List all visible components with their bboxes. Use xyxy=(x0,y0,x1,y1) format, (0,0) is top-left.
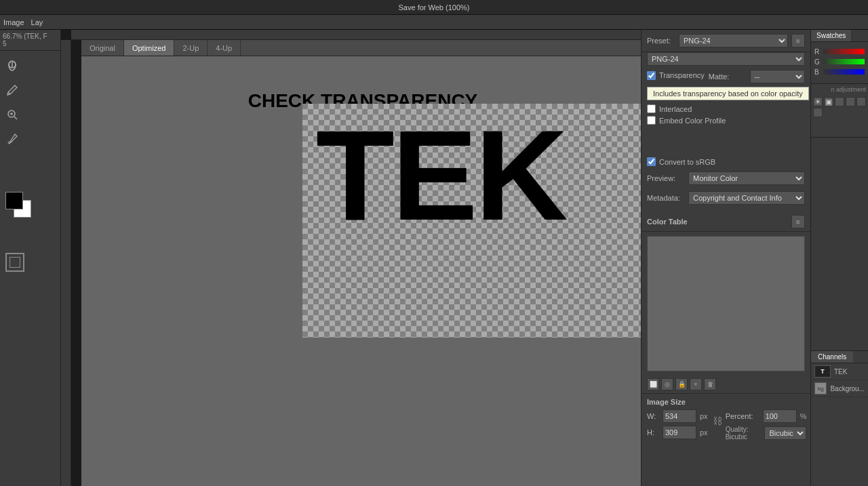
color-table-title: Color Table xyxy=(647,218,688,226)
height-label: H: xyxy=(647,428,659,437)
percent-row: Percent: % xyxy=(726,409,807,423)
transparency-matte-row: Transparency Matte: -- Includes transpar… xyxy=(642,70,810,130)
ct-icon-lock[interactable]: 🔒 xyxy=(675,378,688,390)
frame-tool[interactable] xyxy=(5,253,60,272)
ct-icon-1[interactable]: ⬜ xyxy=(647,378,659,390)
top-bar: Save for Web (100%) xyxy=(0,0,868,15)
tek-text: TEK xyxy=(316,110,566,239)
embed-color-checkbox[interactable] xyxy=(647,116,656,125)
color-table-area xyxy=(647,236,805,371)
width-unit: px xyxy=(700,412,708,420)
layer-name-background: Backgrou... xyxy=(830,385,865,392)
adj-icon-1[interactable]: ☀ xyxy=(813,97,823,106)
width-row: W: px xyxy=(647,409,708,423)
eyedropper-tool[interactable] xyxy=(0,127,24,151)
green-label: G xyxy=(814,58,821,66)
view-tabs: Original Optimized 2-Up 4-Up xyxy=(81,40,644,56)
quality-select[interactable]: Bicubic xyxy=(764,426,806,440)
canvas-area: Original Optimized 2-Up 4-Up TEK CHECK T… xyxy=(81,40,644,486)
adj-icon-6[interactable] xyxy=(813,108,823,117)
menu-image[interactable]: Image xyxy=(3,18,24,26)
tab-2up[interactable]: 2-Up xyxy=(174,40,208,56)
rgb-bars: R G B xyxy=(811,42,868,83)
far-right-panel: Swatches R G B n adjustment ☀ ▣ xyxy=(810,30,868,486)
height-row: H: px xyxy=(647,426,708,439)
menu-lay[interactable]: Lay xyxy=(31,18,43,26)
tab-4up[interactable]: 4-Up xyxy=(208,40,241,56)
color-swatches xyxy=(5,192,39,226)
pencil-tool[interactable] xyxy=(0,78,24,102)
preset-select[interactable]: PNG-24 xyxy=(679,34,788,47)
hand-tool[interactable] xyxy=(0,54,24,78)
transparency-tooltip: Includes transparency based on color opa… xyxy=(647,87,809,100)
image-size-section: Image Size W: px H: px ⛓ Percent: xyxy=(642,393,810,447)
ct-icon-2[interactable]: ◎ xyxy=(661,378,673,390)
ct-icon-add[interactable]: + xyxy=(690,378,702,390)
bottom-layers-panel: Channels T TEK bg Backgrou... xyxy=(811,350,868,486)
height-input[interactable] xyxy=(663,426,696,439)
embed-color-label: Embed Color Profile xyxy=(659,117,726,125)
zoom-tool[interactable] xyxy=(0,102,24,127)
blue-bar-row: B xyxy=(814,68,865,76)
window-title: Save for Web (100%) xyxy=(399,3,470,12)
quality-row: Quality: Bicubic Bicubic xyxy=(726,426,807,441)
percent-sign: % xyxy=(800,412,807,420)
convert-srgb-label: Convert to sRGB xyxy=(659,158,715,166)
percent-label: Percent: xyxy=(726,412,760,420)
transparency-label: Transparency xyxy=(659,71,705,79)
interlaced-row: Interlaced xyxy=(647,104,805,113)
bottom-panel-tabs: Channels xyxy=(811,351,868,363)
embed-color-row: Embed Color Profile xyxy=(647,116,805,125)
preview-select[interactable]: Monitor Color xyxy=(688,171,805,185)
quality-label: Quality: Bicubic xyxy=(726,426,760,441)
tab-channels[interactable]: Channels xyxy=(811,351,853,363)
preset-label: Preset: xyxy=(647,37,675,45)
metadata-label: Metadata: xyxy=(647,194,684,202)
green-gradient xyxy=(823,59,865,64)
height-unit: px xyxy=(700,428,708,437)
preset-menu-btn[interactable]: ≡ xyxy=(791,34,805,47)
percent-input[interactable] xyxy=(763,409,797,423)
color-table-header: Color Table ≡ xyxy=(642,212,810,232)
adj-icon-2[interactable]: ▣ xyxy=(824,97,833,106)
red-gradient xyxy=(823,49,865,54)
left-sidebar: 66.7% (TEK, F 5 xyxy=(0,30,61,486)
adj-icon-4[interactable] xyxy=(846,97,855,106)
ruler-vertical xyxy=(61,40,71,486)
format-row: PNG-24 xyxy=(642,52,810,70)
width-label: W: xyxy=(647,412,659,420)
layer-thumb-tek: T xyxy=(814,365,831,378)
menu-bar: Image Lay xyxy=(0,15,868,30)
layer-thumb-bg: bg xyxy=(814,382,827,394)
tab-original[interactable]: Original xyxy=(81,40,124,56)
format-select[interactable]: PNG-24 xyxy=(647,52,805,66)
blue-gradient xyxy=(823,69,865,75)
color-table-menu[interactable]: ≡ xyxy=(791,215,805,228)
green-bar-row: G xyxy=(814,58,865,66)
preview-row: Preview: Monitor Color xyxy=(642,171,810,188)
foreground-swatch[interactable] xyxy=(5,192,23,209)
blue-label: B xyxy=(814,68,821,76)
link-dimensions-icon[interactable]: ⛓ xyxy=(713,411,722,431)
preview-label: Preview: xyxy=(647,174,684,182)
convert-srgb-checkbox[interactable] xyxy=(647,157,656,166)
matte-select[interactable]: -- xyxy=(750,70,805,83)
red-bar-row: R xyxy=(814,47,865,56)
width-input[interactable] xyxy=(663,409,696,423)
tab-swatches[interactable]: Swatches xyxy=(811,30,852,41)
canvas-image: TEK xyxy=(302,104,644,338)
tab-optimized[interactable]: Optimized xyxy=(124,40,175,56)
adjustment-icons: ☀ ▣ xyxy=(811,95,868,119)
adj-icon-3[interactable] xyxy=(835,97,844,106)
right-settings-panel: Preset: PNG-24 ≡ PNG-24 Transparency Mat… xyxy=(641,30,810,486)
metadata-row: Metadata: Copyright and Contact Info xyxy=(642,191,810,209)
ct-icon-del[interactable]: 🗑 xyxy=(704,378,716,390)
transparency-checkbox[interactable] xyxy=(647,71,656,80)
adj-icon-5[interactable] xyxy=(856,97,866,106)
zoom-info: 66.7% (TEK, F 5 xyxy=(0,30,60,51)
metadata-select[interactable]: Copyright and Contact Info xyxy=(688,191,805,205)
right-panel-tabs: Swatches xyxy=(811,30,868,42)
layer-item-background[interactable]: bg Backgrou... xyxy=(811,380,868,397)
interlaced-checkbox[interactable] xyxy=(647,104,656,113)
layer-item-tek[interactable]: T TEK xyxy=(811,363,868,380)
